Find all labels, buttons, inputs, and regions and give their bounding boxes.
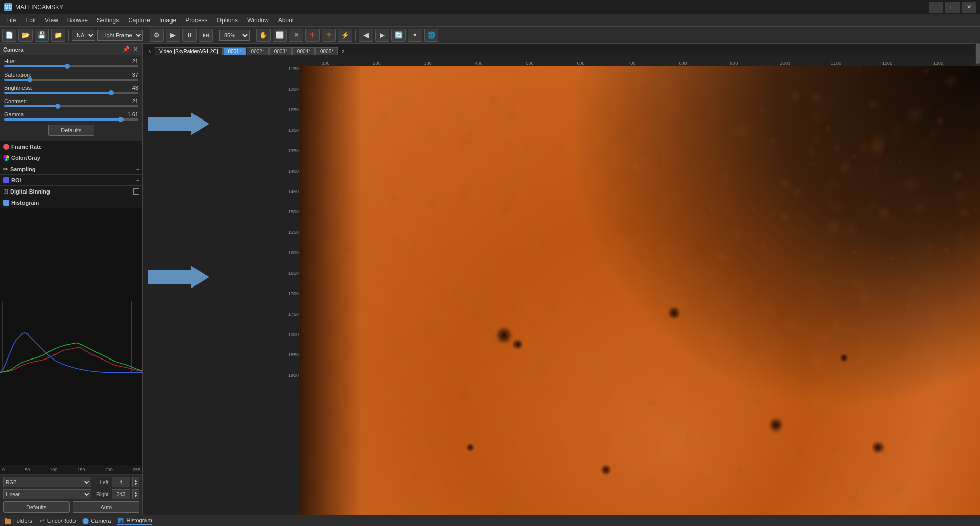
toolbar-settings-btn[interactable]: ⚙ <box>150 29 164 42</box>
ruler-mark-900: 900 <box>708 61 760 66</box>
toolbar-globe-btn[interactable]: 🌐 <box>424 29 438 42</box>
bottom-undo-redo-item[interactable]: ↩ Undo/Redo <box>38 517 76 524</box>
menu-window[interactable]: Window <box>243 16 273 25</box>
histogram-channel-row: RGB Red Green Blue Left: ▲ ▼ <box>3 477 139 487</box>
right-value-input[interactable] <box>112 489 130 499</box>
tab-video-0002[interactable]: 0002* <box>247 47 269 55</box>
menu-browse[interactable]: Browse <box>63 16 92 25</box>
toolbar-plus1-btn[interactable]: ✛ <box>305 29 320 42</box>
saturation-slider-thumb[interactable] <box>27 77 32 82</box>
tab-video-0005[interactable]: 0005* <box>315 47 338 55</box>
bottom-histogram-item[interactable]: ▦ Histogram <box>117 517 152 525</box>
section-sampling[interactable]: ✏ Sampling – <box>0 163 142 175</box>
toolbar-hand-btn[interactable]: ✋ <box>256 29 271 42</box>
ruler-mark-600: 600 <box>555 61 606 66</box>
menu-view[interactable]: View <box>41 16 62 25</box>
histogram-canvas <box>0 208 142 465</box>
toolbar-sep-2 <box>146 30 146 41</box>
roi-icon <box>3 177 9 183</box>
ruler-left-1200: 1200 <box>288 87 299 92</box>
toolbar-save-btn[interactable]: 💾 <box>35 29 49 42</box>
gamma-slider-thumb[interactable] <box>118 117 124 122</box>
tab-video-0004[interactable]: 0004* <box>292 47 315 55</box>
menu-settings[interactable]: Settings <box>93 16 123 25</box>
tab-video-0001[interactable]: 0001* <box>223 47 246 55</box>
section-roi[interactable]: ROI – <box>0 175 142 186</box>
left-value-input[interactable] <box>112 477 130 487</box>
toolbar-frame-btn[interactable]: ⬜ <box>273 29 287 42</box>
maximize-button[interactable]: □ <box>945 2 960 13</box>
histogram-auto-btn[interactable]: Auto <box>73 501 140 513</box>
panel-pin-btn[interactable]: 📌 <box>122 45 130 54</box>
toolbar-cancel-btn[interactable]: ✕ <box>289 29 303 42</box>
svg-rect-3 <box>5 519 11 524</box>
ruler-mark-1300: 1300 <box>913 61 964 66</box>
left-spin[interactable]: ▲ ▼ <box>132 477 139 487</box>
undo-redo-label: Undo/Redo <box>47 518 76 524</box>
camera-label: Camera <box>91 518 111 524</box>
menu-image[interactable]: Image <box>155 16 180 25</box>
right-spin[interactable]: ▲ ▼ <box>132 489 139 499</box>
tab-nav-right[interactable]: › <box>338 46 348 55</box>
bottom-camera-item[interactable]: ⬤ Camera <box>82 517 111 524</box>
ruler-left-1550: 1550 <box>288 230 299 235</box>
menu-process[interactable]: Process <box>181 16 211 25</box>
close-button[interactable]: ✕ <box>962 2 976 13</box>
ruler-left-1250: 1250 <box>288 107 299 112</box>
section-color-gray[interactable]: Color/Gray – <box>0 152 142 163</box>
section-digital-binning[interactable]: ⊞ Digital Binning <box>0 186 142 197</box>
contrast-slider-fill <box>4 105 58 107</box>
menu-file[interactable]: File <box>2 16 20 25</box>
tab-video-0003[interactable]: 0003* <box>270 47 292 55</box>
minimize-button[interactable]: – <box>929 2 943 13</box>
tab-nav-left[interactable]: ‹ <box>145 46 154 55</box>
hue-label: Hue: <box>4 58 16 64</box>
frame-type-select[interactable]: Light Frame Dark Frame Flat Frame Bias F… <box>97 30 143 41</box>
histogram-defaults-btn[interactable]: Defaults <box>3 501 70 513</box>
toolbar-play-btn[interactable]: ▶ <box>166 29 180 42</box>
video-tabs-bar: ‹ Video [SkyRaiderAG1.2C] 0001* 0002* 00… <box>143 44 980 55</box>
menu-edit[interactable]: Edit <box>21 16 40 25</box>
brightness-slider-track[interactable] <box>4 92 138 94</box>
panel-close-btn[interactable]: ✕ <box>131 45 139 54</box>
toolbar-new-btn[interactable]: 📄 <box>2 29 16 42</box>
toolbar-folder-btn[interactable]: 📁 <box>51 29 65 42</box>
camera-defaults-btn[interactable]: Defaults <box>48 125 94 136</box>
hue-slider-thumb[interactable] <box>65 64 70 69</box>
gamma-slider-track[interactable] <box>4 118 138 121</box>
stretch-select[interactable]: Linear Log Sqrt <box>3 489 91 499</box>
contrast-slider-thumb[interactable] <box>55 104 60 109</box>
ruler-mark-1200: 1200 <box>862 61 913 66</box>
channel-select[interactable]: RGB Red Green Blue <box>3 477 91 487</box>
hue-slider-track[interactable] <box>4 65 138 67</box>
toolbar-plus2-btn[interactable]: ✛ <box>322 29 336 42</box>
section-frame-rate[interactable]: Frame Rate – <box>0 141 142 152</box>
gamma-label-row: Gamma: 1.61 <box>4 111 138 117</box>
ruler-left-1400: 1400 <box>288 169 299 174</box>
menu-capture[interactable]: Capture <box>124 16 154 25</box>
na-select[interactable]: NA <box>72 30 95 41</box>
tab-0001[interactable]: Video [SkyRaiderAG1.2C] <box>155 47 223 55</box>
contrast-slider-track[interactable] <box>4 105 138 107</box>
arrow-bottom-indicator <box>143 266 300 289</box>
section-histogram[interactable]: Histogram <box>0 197 142 208</box>
toolbar-prev-btn[interactable]: ◀ <box>359 29 373 42</box>
toolbar-bolt-btn[interactable]: ⚡ <box>338 29 352 42</box>
bottom-folders-item[interactable]: Folders <box>4 517 32 524</box>
toolbar-next-btn[interactable]: ⏭ <box>199 29 213 42</box>
zoom-select[interactable]: 85% 50% 100% 150% 200% <box>219 30 250 41</box>
menu-about[interactable]: About <box>274 16 298 25</box>
video-area: ‹ Video [SkyRaiderAG1.2C] 0001* 0002* 00… <box>143 44 980 515</box>
toolbar-open-btn[interactable]: 📂 <box>18 29 33 42</box>
gamma-slider-fill <box>4 118 121 121</box>
toolbar-pause-btn[interactable]: ⏸ <box>182 29 197 42</box>
menu-options[interactable]: Options <box>213 16 242 25</box>
toolbar-fwd-btn[interactable]: ▶ <box>375 29 389 42</box>
saturation-slider-track[interactable] <box>4 79 138 81</box>
ruler-mark-1000: 1000 <box>760 61 811 66</box>
arrow-bottom-shape <box>148 266 209 289</box>
toolbar-star-btn[interactable]: ✦ <box>408 29 422 42</box>
toolbar-refresh-btn[interactable]: 🔄 <box>391 29 406 42</box>
brightness-slider-thumb[interactable] <box>109 90 114 95</box>
roi-collapse-icon: – <box>136 177 139 183</box>
